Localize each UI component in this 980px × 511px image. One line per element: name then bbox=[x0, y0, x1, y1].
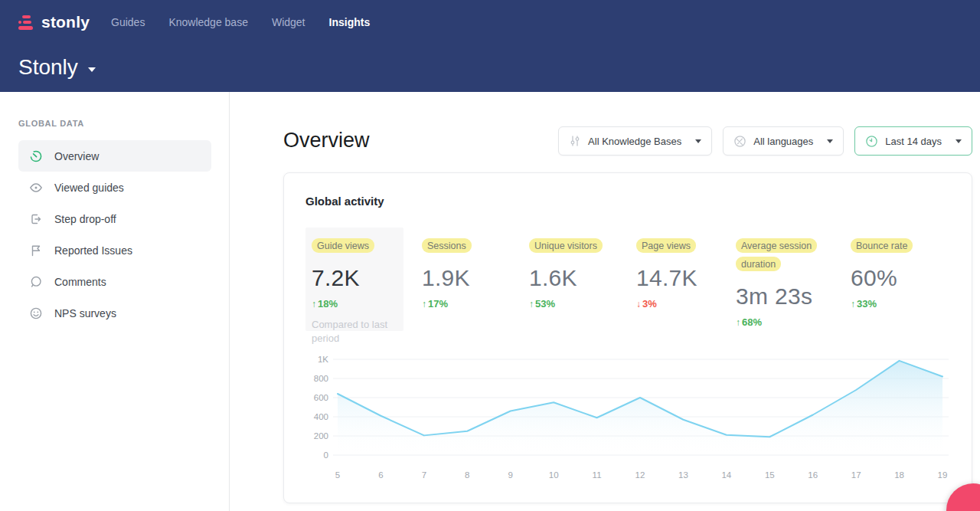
trend-arrow-icon: ↑ bbox=[736, 317, 740, 328]
step-exit-icon bbox=[29, 212, 43, 226]
top-navigation: stonly Guides Knowledge base Widget Insi… bbox=[18, 8, 962, 37]
svg-text:19: 19 bbox=[938, 470, 948, 480]
svg-text:11: 11 bbox=[593, 470, 602, 480]
metric-guide-views: Guide views 7.2K ↑18% Compared to last p… bbox=[305, 228, 403, 331]
svg-text:1K: 1K bbox=[318, 355, 328, 364]
date-range-value: Last 14 days bbox=[885, 136, 942, 147]
trend-arrow-icon: ↑ bbox=[312, 299, 316, 310]
sidebar-item-nps-surveys[interactable]: NPS surveys bbox=[18, 297, 211, 329]
sidebar-item-step-drop-off[interactable]: Step drop-off bbox=[18, 203, 211, 234]
page-title: Overview bbox=[283, 126, 370, 152]
sidebar: GLOBAL DATA Overview Viewed guides Step … bbox=[0, 92, 230, 511]
eye-icon bbox=[29, 181, 43, 195]
sidebar-item-label: Comments bbox=[54, 276, 106, 288]
workspace-name: Stonly bbox=[18, 55, 78, 80]
svg-text:7: 7 bbox=[422, 470, 426, 480]
logo-text: stonly bbox=[41, 13, 90, 31]
sliders-icon bbox=[569, 135, 581, 147]
languages-value: All languages bbox=[753, 136, 813, 147]
metric-change: ↑68% bbox=[736, 316, 851, 328]
main-content: Overview All Knowledge Bases bbox=[230, 92, 980, 511]
flag-icon bbox=[29, 244, 43, 257]
stonly-logo[interactable]: stonly bbox=[18, 13, 90, 31]
trend-arrow-icon: ↑ bbox=[422, 299, 426, 310]
nav-guides[interactable]: Guides bbox=[111, 16, 145, 28]
gauge-icon bbox=[29, 149, 43, 163]
svg-text:14: 14 bbox=[721, 470, 731, 480]
metric-note: Compared to last period bbox=[312, 318, 397, 345]
nav-knowledge-base[interactable]: Knowledge base bbox=[168, 16, 248, 28]
comment-icon bbox=[29, 275, 43, 289]
metric-label: Guide views bbox=[312, 238, 374, 253]
svg-text:600: 600 bbox=[314, 393, 328, 402]
metric-value: 3m 23s bbox=[736, 283, 851, 310]
metric-page-views: Page views 14.7K ↓3% bbox=[636, 228, 736, 331]
metric-change: ↑33% bbox=[851, 298, 942, 310]
metric-value: 14.7K bbox=[636, 265, 736, 291]
sidebar-section-label: GLOBAL DATA bbox=[18, 119, 211, 128]
clock-icon bbox=[865, 135, 878, 148]
metric-label: Sessions bbox=[422, 238, 472, 253]
activity-chart: 02004006008001K5678910111213141516171819 bbox=[305, 352, 950, 499]
globe-icon bbox=[733, 135, 746, 148]
sidebar-item-comments[interactable]: Comments bbox=[18, 266, 211, 297]
metric-change: ↑53% bbox=[529, 298, 636, 310]
metric-change: ↑18% bbox=[312, 298, 397, 310]
svg-text:12: 12 bbox=[635, 470, 645, 480]
chevron-down-icon bbox=[827, 139, 833, 143]
chevron-down-icon bbox=[956, 139, 962, 143]
sidebar-item-label: Viewed guides bbox=[54, 182, 124, 194]
chevron-down-icon bbox=[88, 67, 96, 72]
metric-value: 60% bbox=[851, 265, 942, 291]
trend-arrow-icon: ↑ bbox=[851, 299, 855, 310]
sidebar-item-reported-issues[interactable]: Reported Issues bbox=[18, 234, 211, 266]
nav-insights[interactable]: Insights bbox=[329, 16, 371, 28]
chevron-down-icon bbox=[695, 139, 701, 143]
metric-avg-session-duration: Average session duration 3m 23s ↑68% bbox=[736, 228, 851, 331]
svg-text:18: 18 bbox=[894, 470, 904, 480]
date-range-dropdown[interactable]: Last 14 days bbox=[854, 126, 972, 156]
app-header: stonly Guides Knowledge base Widget Insi… bbox=[0, 0, 980, 92]
sidebar-item-label: NPS surveys bbox=[54, 307, 116, 319]
sidebar-item-label: Reported Issues bbox=[54, 244, 132, 257]
workspace-switcher[interactable]: Stonly bbox=[18, 55, 96, 80]
metric-label: Unique visitors bbox=[529, 238, 603, 253]
svg-text:5: 5 bbox=[335, 470, 340, 480]
knowledge-bases-dropdown[interactable]: All Knowledge Bases bbox=[558, 126, 712, 156]
global-activity-card: Global activity Guide views 7.2K ↑18% Co… bbox=[283, 172, 972, 503]
sidebar-item-viewed-guides[interactable]: Viewed guides bbox=[18, 172, 211, 203]
svg-text:400: 400 bbox=[314, 412, 328, 421]
svg-text:15: 15 bbox=[765, 470, 775, 480]
area-chart-svg: 02004006008001K5678910111213141516171819 bbox=[305, 352, 952, 496]
stonly-logo-icon bbox=[18, 15, 34, 30]
trend-arrow-icon: ↑ bbox=[529, 299, 534, 310]
nav-widget[interactable]: Widget bbox=[272, 16, 305, 28]
metric-unique-visitors: Unique visitors 1.6K ↑53% bbox=[529, 228, 636, 331]
metric-bounce-rate: Bounce rate 60% ↑33% bbox=[851, 228, 942, 331]
svg-text:10: 10 bbox=[549, 470, 559, 480]
filters: All Knowledge Bases All languages bbox=[558, 126, 972, 156]
languages-dropdown[interactable]: All languages bbox=[723, 126, 844, 156]
svg-text:16: 16 bbox=[808, 470, 818, 480]
smiley-icon bbox=[29, 306, 43, 320]
svg-text:200: 200 bbox=[314, 431, 328, 441]
sidebar-item-label: Overview bbox=[54, 150, 99, 162]
metric-value: 7.2K bbox=[312, 265, 397, 291]
card-title: Global activity bbox=[305, 195, 950, 208]
svg-text:0: 0 bbox=[324, 450, 328, 460]
metric-label: Page views bbox=[636, 238, 696, 253]
metric-sessions: Sessions 1.9K ↑17% bbox=[422, 228, 529, 331]
svg-text:13: 13 bbox=[678, 470, 688, 480]
svg-text:800: 800 bbox=[314, 374, 328, 383]
metrics-row: Guide views 7.2K ↑18% Compared to last p… bbox=[305, 228, 950, 331]
metric-label: Bounce rate bbox=[851, 238, 913, 253]
sidebar-item-overview[interactable]: Overview bbox=[18, 140, 211, 172]
metric-change: ↑17% bbox=[422, 298, 529, 310]
metric-label: Average session duration bbox=[736, 238, 817, 271]
svg-text:9: 9 bbox=[508, 470, 513, 480]
trend-arrow-icon: ↓ bbox=[636, 299, 641, 310]
metric-value: 1.6K bbox=[529, 265, 636, 291]
sidebar-item-label: Step drop-off bbox=[54, 213, 116, 225]
svg-text:17: 17 bbox=[851, 470, 861, 480]
metric-value: 1.9K bbox=[422, 265, 529, 291]
